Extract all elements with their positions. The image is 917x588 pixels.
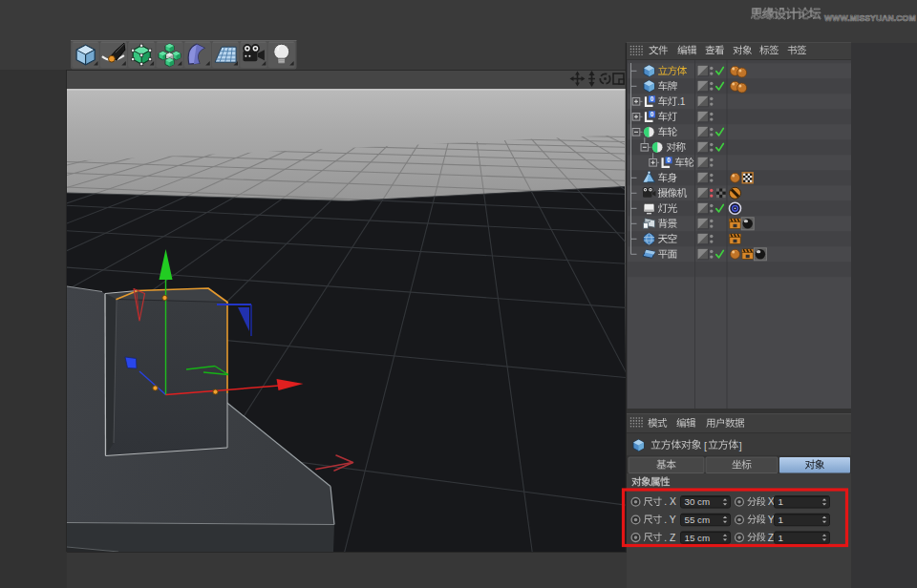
svg-text:15 cm: 15 cm bbox=[685, 533, 711, 543]
svg-text:1: 1 bbox=[778, 496, 783, 507]
svg-text:. Y: . Y bbox=[664, 514, 676, 525]
svg-text:[: [ bbox=[704, 440, 707, 452]
svg-text:.1: .1 bbox=[677, 96, 686, 107]
svg-text:30 cm: 30 cm bbox=[685, 496, 711, 507]
svg-text:]: ] bbox=[739, 440, 742, 452]
svg-text:Y: Y bbox=[768, 514, 775, 525]
svg-text:0: 0 bbox=[650, 111, 654, 117]
svg-text:Z: Z bbox=[768, 533, 774, 543]
svg-text:0: 0 bbox=[667, 157, 671, 163]
svg-text:1: 1 bbox=[778, 514, 783, 525]
svg-text:. X: . X bbox=[664, 496, 676, 507]
svg-text:55 cm: 55 cm bbox=[685, 514, 711, 525]
svg-text:1: 1 bbox=[778, 533, 783, 543]
svg-text:. Z: . Z bbox=[664, 533, 675, 543]
svg-text:X: X bbox=[768, 496, 775, 507]
svg-text:0: 0 bbox=[650, 95, 654, 102]
svg-text:WWW.MISSYUAN.COM: WWW.MISSYUAN.COM bbox=[824, 13, 916, 23]
